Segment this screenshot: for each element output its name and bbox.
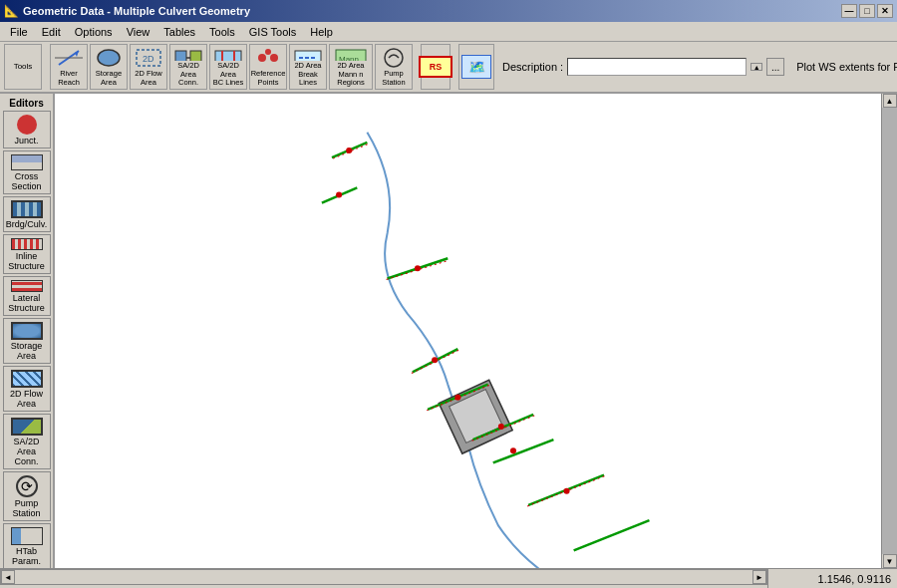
desc-dots-button[interactable]: ... — [766, 58, 784, 76]
menu-item-edit[interactable]: Edit — [36, 25, 67, 39]
2d-break-lines-icon — [294, 47, 322, 61]
svg-rect-21 — [55, 103, 881, 560]
sa2d-bc-icon — [214, 47, 242, 61]
svg-point-14 — [270, 54, 278, 62]
rs-icon: RS — [419, 56, 452, 78]
sa2d-bc-label: SA/2D AreaBC Lines — [212, 62, 244, 87]
sa2d-conn-button[interactable]: SA/2D AreaConn. — [169, 44, 207, 90]
sa2d-conn-label: SA/2D AreaConn. — [172, 62, 204, 87]
menu-item-gis-tools[interactable]: GIS Tools — [243, 25, 303, 39]
ref-points-button[interactable]: ReferencePoints — [249, 44, 287, 90]
svg-point-44 — [498, 424, 504, 430]
svg-rect-7 — [175, 51, 186, 61]
status-bar: 1.1546, 0.9116 — [767, 569, 897, 588]
svg-point-45 — [510, 447, 516, 453]
sa2d-conn-sb-icon — [11, 418, 43, 436]
pump-station-toolbar-label: PumpStation — [382, 70, 405, 87]
scroll-down-arrow[interactable]: ▼ — [883, 554, 897, 568]
svg-point-15 — [265, 49, 271, 55]
svg-rect-8 — [190, 51, 201, 61]
sidebar-item-cross-section[interactable]: CrossSection — [3, 150, 51, 194]
title-bar-controls: — □ ✕ — [841, 4, 893, 18]
sidebar-item-2d-flow-area[interactable]: 2D FlowArea — [3, 366, 51, 412]
pump-station-toolbar-button[interactable]: PumpStation — [375, 44, 413, 90]
storage-area-button[interactable]: StorageArea — [90, 44, 128, 90]
svg-point-39 — [346, 147, 352, 153]
river-reach-button[interactable]: RiverReach — [50, 44, 88, 90]
htab-param-icon — [11, 527, 43, 545]
window-title: Geometric Data - Multiple Culvert Geomet… — [23, 5, 250, 17]
description-label: Description : — [502, 61, 563, 73]
2d-mann-regions-button[interactable]: Mann 2D Area Mann nRegions — [329, 44, 373, 90]
svg-point-42 — [432, 357, 438, 363]
scroll-track-v[interactable] — [882, 108, 897, 554]
junct-icon — [17, 115, 37, 135]
inline-struct-icon — [11, 238, 43, 250]
bottom-area: ◄ ► 1.1546, 0.9116 — [0, 568, 897, 588]
sa2d-bc-button[interactable]: SA/2D AreaBC Lines — [209, 44, 247, 90]
title-icon: 📐 — [4, 4, 19, 18]
svg-point-46 — [564, 488, 570, 494]
svg-text:2D: 2D — [143, 54, 154, 64]
sidebar-item-junct[interactable]: Junct. — [3, 111, 51, 148]
ref-points-icon — [254, 47, 282, 69]
2d-break-lines-label: 2D AreaBreak Lines — [292, 62, 324, 87]
storage-area-sb-icon — [11, 322, 43, 340]
menu-item-tables[interactable]: Tables — [157, 25, 201, 39]
htab-param-label: HTabParam. — [12, 546, 41, 566]
desc-row: Description : ▲ ... Plot WS extents for … — [502, 58, 897, 76]
junct-label: Junct. — [14, 136, 38, 146]
left-sidebar: Editors Junct. CrossSection Brdg/Culv. I… — [0, 94, 55, 568]
close-button[interactable]: ✕ — [877, 4, 893, 18]
maximize-button[interactable]: □ — [859, 4, 875, 18]
menu-item-view[interactable]: View — [121, 25, 156, 39]
2d-mann-regions-icon: Mann — [335, 47, 367, 61]
storage-area-label: StorageArea — [96, 70, 122, 87]
editors-label: Editors — [2, 98, 51, 109]
horiz-scrollbar[interactable]: ◄ ► — [0, 569, 767, 585]
canvas-area[interactable] — [55, 94, 881, 568]
sa2d-conn-icon — [174, 47, 202, 61]
menu-item-options[interactable]: Options — [69, 25, 119, 39]
toolbar: Tools RiverReach StorageArea 2D 2D FlowA… — [0, 42, 897, 94]
svg-point-43 — [454, 395, 460, 401]
right-scrollbar[interactable]: ▲ ▼ — [881, 94, 897, 568]
2d-break-lines-button[interactable]: 2D AreaBreak Lines — [289, 44, 327, 90]
menu-item-help[interactable]: Help — [304, 25, 339, 39]
2d-flow-area-button[interactable]: 2D 2D FlowArea — [130, 44, 167, 90]
desc-spin-up[interactable]: ▲ — [750, 63, 762, 71]
sidebar-item-lateral-struct[interactable]: LateralStructure — [3, 276, 51, 316]
map-svg — [55, 94, 881, 568]
pump-station-toolbar-icon — [380, 47, 408, 69]
description-input[interactable] — [567, 58, 747, 76]
menu-item-tools[interactable]: Tools — [203, 25, 241, 39]
sidebar-item-pump-station[interactable]: PumpStation — [3, 471, 51, 521]
svg-point-13 — [258, 54, 266, 62]
lateral-struct-icon — [11, 280, 43, 292]
2d-mann-regions-label: 2D Area Mann nRegions — [332, 62, 370, 87]
sidebar-item-htab-param[interactable]: HTabParam. — [3, 523, 51, 568]
minimize-button[interactable]: — — [841, 4, 857, 18]
scroll-right-arrow[interactable]: ► — [752, 570, 766, 584]
desc-rs-group: Description : ▲ ... Plot WS extents for … — [502, 58, 897, 76]
sidebar-item-brdg-culv[interactable]: Brdg/Culv. — [3, 196, 51, 232]
svg-point-4 — [98, 50, 120, 66]
2d-flow-area-sb-icon — [11, 370, 43, 388]
scroll-up-arrow[interactable]: ▲ — [883, 94, 897, 108]
rs-button[interactable]: RS — [421, 44, 450, 90]
tools-label: Tools — [14, 63, 33, 71]
2d-flow-area-icon: 2D — [135, 47, 162, 69]
ref-points-label: ReferencePoints — [251, 70, 286, 87]
2d-flow-area-sb-label: 2D FlowArea — [10, 389, 43, 409]
sidebar-item-storage-area[interactable]: StorageArea — [3, 318, 51, 364]
map-button[interactable]: 🗺️ — [458, 44, 494, 90]
sidebar-item-inline-struct[interactable]: InlineStructure — [3, 234, 51, 274]
sidebar-item-sa2d-conn[interactable]: SA/2D AreaConn. — [3, 414, 51, 469]
menu-item-file[interactable]: File — [4, 25, 34, 39]
plot-ws-label: Plot WS extents for Profile: — [796, 61, 897, 73]
svg-point-41 — [415, 265, 421, 271]
cross-section-label: CrossSection — [11, 171, 41, 191]
tools-label-btn: Tools — [4, 44, 42, 90]
title-bar-left: 📐 Geometric Data - Multiple Culvert Geom… — [4, 4, 250, 18]
scroll-left-arrow[interactable]: ◄ — [1, 570, 15, 584]
